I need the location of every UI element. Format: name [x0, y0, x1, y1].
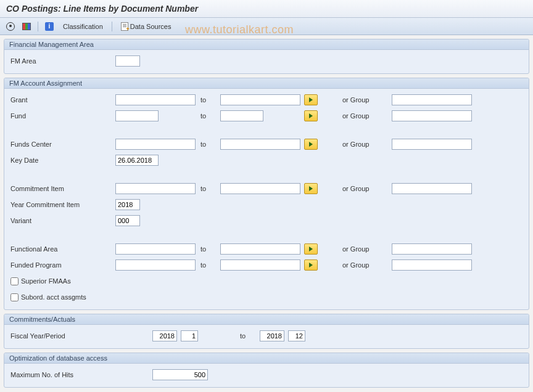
arrow-right-icon — [309, 263, 313, 267]
arrow-right-icon — [309, 186, 313, 191]
funds-center-from-input[interactable] — [115, 139, 196, 150]
to-label: to — [196, 245, 220, 253]
superior-fmaas-checkbox[interactable] — [10, 277, 19, 285]
info-icon: i — [45, 22, 54, 31]
variant-label: Variant — [10, 217, 115, 224]
key-date-input[interactable] — [115, 155, 159, 166]
funds-center-multiselect-button[interactable] — [304, 139, 318, 150]
group-fma: Financial Management Area FM Area — [4, 39, 529, 74]
arrow-right-icon — [309, 97, 313, 102]
subord-acct-label: Subord. acct assgmts — [21, 293, 86, 301]
toolbar-separator — [38, 22, 38, 31]
group-ca: Commitments/Actuals Fiscal Year/Period t… — [4, 314, 529, 349]
funds-center-label: Funds Center — [10, 141, 115, 148]
or-group-label: or Group — [342, 245, 392, 253]
funded-program-to-input[interactable] — [220, 259, 300, 271]
fund-group-input[interactable] — [392, 110, 472, 121]
arrow-right-icon — [309, 247, 313, 251]
group-fmaa: FM Account Assignment Grant to or Group … — [4, 78, 529, 310]
content: Financial Management Area FM Area FM Acc… — [0, 35, 533, 391]
subord-acct-checkbox[interactable] — [10, 293, 19, 301]
to-label: to — [196, 96, 220, 104]
functional-area-multiselect-button[interactable] — [304, 243, 318, 255]
or-group-label: or Group — [342, 261, 392, 269]
classification-label: Classification — [63, 23, 103, 30]
funded-program-group-input[interactable] — [392, 259, 472, 271]
funded-program-from-input[interactable] — [115, 259, 196, 271]
fund-to-input[interactable] — [220, 110, 263, 121]
group-header-fma: Financial Management Area — [4, 39, 529, 50]
commitment-item-to-input[interactable] — [220, 183, 300, 194]
grant-to-input[interactable] — [220, 94, 300, 105]
fm-area-input[interactable] — [115, 55, 140, 67]
funded-program-label: Funded Program — [10, 261, 115, 269]
to-label: to — [196, 141, 220, 148]
fund-multiselect-button[interactable] — [304, 110, 318, 121]
functional-area-from-input[interactable] — [115, 243, 196, 255]
to-label: to — [196, 112, 220, 120]
superior-fmaas-label: Superior FMAAs — [21, 277, 71, 285]
or-group-label: or Group — [342, 112, 392, 120]
commitment-item-multiselect-button[interactable] — [304, 183, 318, 194]
or-group-label: or Group — [342, 96, 392, 104]
to-label: to — [196, 261, 220, 269]
fy-to-period-input[interactable] — [288, 330, 305, 341]
group-opt: Optimization of database access Maximum … — [4, 353, 529, 388]
year-ci-label: Year Commitment Item — [10, 201, 115, 208]
data-sources-label: Data Sources — [130, 23, 171, 30]
to-label: to — [196, 185, 220, 192]
or-group-label: or Group — [342, 185, 392, 192]
arrow-right-icon — [309, 113, 313, 118]
grant-from-input[interactable] — [115, 94, 196, 105]
info-button[interactable]: i — [43, 20, 56, 33]
functional-area-label: Functional Area — [10, 245, 115, 253]
variants-icon — [22, 23, 31, 30]
group-header-ca: Commitments/Actuals — [4, 314, 529, 325]
fiscal-year-period-label: Fiscal Year/Period — [10, 332, 152, 340]
variants-button[interactable] — [20, 20, 33, 33]
functional-area-group-input[interactable] — [392, 243, 472, 255]
arrow-right-icon — [309, 142, 313, 147]
grant-label: Grant — [10, 96, 115, 104]
funded-program-multiselect-button[interactable] — [304, 259, 318, 271]
max-hits-label: Maximum No. of Hits — [10, 371, 152, 378]
page-title: CO Postings: Line Items by Document Numb… — [6, 4, 527, 14]
group-header-fmaa: FM Account Assignment — [4, 78, 529, 89]
fy-from-period-input[interactable] — [181, 330, 198, 341]
or-group-label: or Group — [342, 141, 392, 148]
fund-from-input[interactable] — [115, 110, 159, 121]
key-date-label: Key Date — [10, 157, 115, 164]
classification-button[interactable]: Classification — [59, 21, 107, 32]
fy-from-year-input[interactable] — [152, 330, 177, 341]
toolbar: i Classification Data Sources — [0, 18, 533, 35]
funds-center-to-input[interactable] — [220, 139, 300, 150]
execute-button[interactable] — [4, 20, 17, 33]
document-icon — [121, 22, 128, 31]
fm-area-label: FM Area — [10, 57, 115, 65]
variant-input[interactable] — [115, 215, 140, 226]
fy-to-year-input[interactable] — [260, 330, 284, 341]
year-ci-input[interactable] — [115, 199, 140, 210]
to-label: to — [235, 332, 260, 340]
funds-center-group-input[interactable] — [392, 139, 472, 150]
execute-icon — [6, 22, 15, 31]
toolbar-separator — [112, 22, 112, 31]
commitment-item-group-input[interactable] — [392, 183, 472, 194]
functional-area-to-input[interactable] — [220, 243, 300, 255]
max-hits-input[interactable] — [152, 369, 208, 380]
fund-label: Fund — [10, 112, 115, 120]
grant-multiselect-button[interactable] — [304, 94, 318, 105]
commitment-item-from-input[interactable] — [115, 183, 196, 194]
group-header-opt: Optimization of database access — [4, 353, 529, 364]
grant-group-input[interactable] — [392, 94, 472, 105]
title-bar: CO Postings: Line Items by Document Numb… — [0, 0, 533, 18]
data-sources-button[interactable]: Data Sources — [117, 20, 176, 33]
commitment-item-label: Commitment Item — [10, 185, 115, 192]
